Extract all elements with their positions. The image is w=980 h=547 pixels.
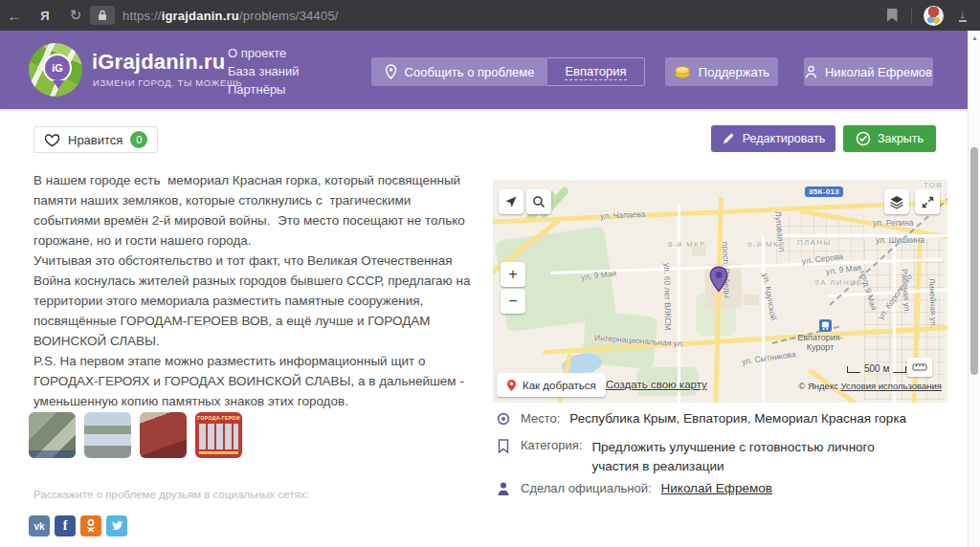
browser-reload-button[interactable]: ↻ [61,7,90,24]
expand-icon [922,196,934,208]
check-circle-icon [856,131,871,146]
twitter-share-icon[interactable] [106,515,127,536]
place-icon [496,412,511,426]
poster-title: ГОРОДА-ГЕРОИ [195,415,242,421]
heart-icon [44,133,60,147]
photo-thumbnail-aerial[interactable] [29,412,76,458]
map-search-button[interactable] [526,189,551,214]
layers-icon [889,195,904,209]
geolocation-arrow-icon [504,195,518,208]
category-bookmark-icon [496,439,511,453]
map-copyright: © Яндекс Условия использования [798,381,942,391]
screen: ← Я ↻ https://igrajdanin.ru/problems/344… [0,0,980,547]
yandex-browser-icon[interactable]: Я [29,9,61,23]
share-label: Расскажите о проблеме друзьям в социальн… [33,489,309,500]
social-share-bar: vk f [29,515,127,536]
site-logo[interactable]: iG [29,43,82,97]
street-label: ул. Репина [873,218,914,228]
search-icon [532,195,546,208]
zoom-out-button[interactable]: − [501,289,525,314]
detail-row-category: Категория: Предложить улучшение с готовн… [496,438,946,476]
site-tagline: ИЗМЕНИ ГОРОД. ТЫ МОЖЕШЬ [93,77,242,88]
street-label: ул. Чапаева [600,209,646,221]
terms-link[interactable]: Условия использования [841,381,942,391]
district-label: 8-й МКР. [668,240,708,249]
coins-icon [674,65,691,78]
address-bar[interactable]: https://igrajdanin.ru/problems/34405/ [90,6,887,25]
nav-about[interactable]: О проекте [228,46,286,60]
category-value: Предложить улучшение с готовностью лично… [591,438,922,476]
photo-thumbnail-hero-cities-poster[interactable]: ГОРОДА-ГЕРОИ [195,412,242,458]
user-account-button[interactable]: Николай Ефремов [804,57,933,86]
place-label: Место: [521,411,560,426]
map-expand-button[interactable] [915,189,940,214]
download-icon[interactable]: ↓ [959,9,968,22]
photo-thumbnail-memorial-wall[interactable] [140,412,187,458]
yandex-map[interactable]: ул. Чапаева Луговая ул. ул. Репина ул. Ш… [493,180,947,403]
browser-profile-avatar[interactable] [924,6,944,26]
directions-button[interactable]: Как добраться [497,373,606,397]
photo-thumbnails: ГОРОДА-ГЕРОИ [29,412,242,458]
site-header: iG iGrajdanin.ru ИЗМЕНИ ГОРОД. ТЫ МОЖЕШЬ… [0,31,980,109]
road-number-badge: 35К-013 [805,186,843,197]
detail-row-official: Сделал официальной: Николай Ефремов [496,481,946,495]
browser-chrome: ← Я ↻ https://igrajdanin.ru/problems/344… [0,0,980,31]
chrome-divider [911,8,912,23]
edit-button[interactable]: Редактировать [711,125,835,152]
scrollbar-thumb[interactable] [970,147,978,375]
create-map-link[interactable]: Создать свою карту [606,379,707,390]
official-user-link[interactable]: Николай Ефремов [661,481,772,495]
ruler-icon [912,362,927,372]
category-label: Категория: [521,438,582,452]
scrollbar-up-arrow[interactable]: ▲ [971,34,978,41]
photo-thumbnail-park[interactable] [84,412,131,458]
vk-share-icon[interactable]: vk [29,515,50,536]
like-label: Нравится [68,133,122,147]
problem-description: В нашем городе есть мемориал Красная гор… [33,170,476,411]
user-icon [805,65,817,78]
nav-partners[interactable]: Партнёры [228,82,285,97]
nav-knowledge-base[interactable]: База знаний [228,64,300,78]
zoom-in-button[interactable]: + [501,262,525,287]
map-layers-button[interactable] [884,189,909,214]
page-scrollbar[interactable]: ▲ [968,31,980,547]
facebook-share-icon[interactable]: f [55,515,76,536]
city-selector[interactable]: Евпатория [547,57,645,86]
place-value: Республика Крым, Евпатория, Мемориал Кра… [569,411,906,426]
pencil-icon [722,132,735,145]
red-pin-icon [506,379,517,392]
district-label: ПЛАНЫ [797,238,832,247]
geolocation-button[interactable] [499,189,523,214]
district-label: ТОВ [924,181,943,189]
station-label: Евпатория-Курорт [786,333,855,352]
support-button[interactable]: Поддержать [665,57,778,86]
site-title[interactable]: iGrajdanin.ru [92,50,226,75]
ruler-button[interactable] [907,358,932,377]
like-count-badge: 0 [130,131,147,148]
problem-location-pin[interactable] [709,266,728,296]
url-text: https://igrajdanin.ru/problems/34405/ [122,9,339,23]
location-pin-icon [385,64,397,79]
official-label: Сделал официальной: [521,481,652,495]
detail-row-place: Место: Республика Крым, Евпатория, Мемор… [496,411,946,426]
close-button[interactable]: Закрыть [843,125,936,152]
street-label: ул. Шишкина [876,235,924,245]
district-label: 9-й МКР. [747,240,788,249]
street-label: Линейная ул. [927,278,939,329]
street-label: ул. 60 лет ВЛКСМ [662,263,673,331]
like-button[interactable]: Нравится 0 [33,126,158,153]
odnoklassniki-share-icon[interactable] [80,515,101,536]
map-scale: 500 м [847,363,906,375]
bookmark-icon[interactable] [887,9,898,22]
poster-grid [199,424,238,449]
browser-back-button[interactable]: ← [0,8,29,24]
official-user-icon [496,482,511,495]
logo-pin-icon: iG [43,54,72,82]
lock-icon [90,6,115,25]
report-problem-button[interactable]: Сообщить о проблеме [371,57,547,86]
